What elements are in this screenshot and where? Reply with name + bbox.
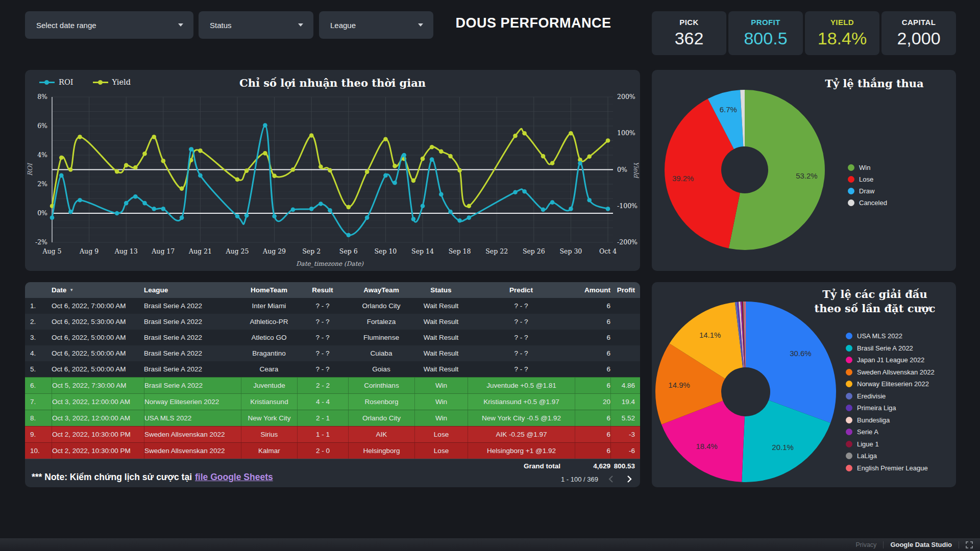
x-axis-title: Date_timezone (Date) (296, 260, 364, 267)
roi-data-point (189, 147, 193, 152)
roi-data-point (198, 173, 203, 178)
column-header-league[interactable]: League (144, 286, 241, 294)
cell-result: 4 - 4 (297, 394, 348, 410)
date-range-filter[interactable]: Select date range (25, 11, 193, 39)
legend-item-lose[interactable]: Lose (848, 173, 887, 185)
legend-item-laliga[interactable]: LaLiga (846, 450, 935, 462)
column-header-awayteam[interactable]: AwayTeam (348, 286, 414, 294)
legend-item-win[interactable]: Win (848, 162, 887, 173)
cell-idx: 1. (30, 298, 52, 314)
cell-date: Oct 3, 2022, 12:00:00 AM (52, 410, 144, 426)
legend-item-sweden-allsvenskan-2022[interactable]: Sweden Allsvenskan 2022 (846, 366, 935, 379)
cell-result: 2 - 1 (297, 410, 348, 426)
pie-slice-label: 53.2% (796, 171, 818, 180)
cell-status: Wait Result (414, 298, 468, 314)
google-data-studio-logo[interactable]: Google Data Studio (890, 541, 952, 548)
line-chart-legend: ROI Yield (39, 78, 131, 86)
roi-data-point (152, 207, 156, 211)
table-row[interactable]: 10.Oct 2, 2022, 10:30:00 PMSweden Allsve… (25, 442, 640, 459)
table-row[interactable]: 4.Oct 6, 2022, 5:00:00 AMBrasil Serie A … (25, 345, 640, 361)
table-row[interactable]: 5.Oct 6, 2022, 5:00:00 AMBrasil Serie A … (25, 361, 640, 377)
yield-data-point (457, 168, 462, 173)
roi-data-point (309, 207, 314, 211)
table-row[interactable]: 6.Oct 5, 2022, 7:30:00 AMBrasil Serie A … (25, 377, 640, 393)
y-axis-tick-right: 200% (617, 93, 635, 101)
column-header-hometeam[interactable]: HomeTeam (241, 286, 297, 294)
cell-idx: 8. (30, 410, 52, 426)
google-sheets-link[interactable]: file Google Sheets (195, 472, 273, 482)
column-header-status[interactable]: Status (414, 286, 468, 294)
legend-item-primeira-liga[interactable]: Primeira Liga (846, 402, 935, 414)
cell-amount: 6 (575, 410, 610, 426)
cell-date: Oct 2, 2022, 10:30:00 PM (52, 443, 144, 459)
table-row[interactable]: 2.Oct 6, 2022, 5:30:00 AMBrasil Serie A … (25, 314, 640, 330)
cell-league: Brasil Serie A 2022 (144, 298, 241, 314)
table-row[interactable]: 9.Oct 2, 2022, 10:30:00 PMSweden Allsven… (25, 426, 640, 442)
fullscreen-icon[interactable] (966, 541, 973, 548)
cell-amount: 6 (575, 443, 610, 459)
legend-item-english-premier-league[interactable]: English Premier League (846, 462, 935, 474)
column-header-date[interactable]: Date▼ (52, 286, 144, 294)
legend-item-draw[interactable]: Draw (848, 185, 887, 197)
legend-swatch (848, 199, 854, 206)
legend-swatch (846, 453, 852, 459)
table-row[interactable]: 8.Oct 3, 2022, 12:00:00 AMUSA MLS 2022Ne… (25, 410, 640, 426)
legend-label: Yield (112, 78, 131, 86)
legend-item-brasil-serie-a-2022[interactable]: Brasil Serie A 2022 (846, 342, 935, 355)
column-header-predict[interactable]: Predict (468, 286, 575, 294)
legend-item-yield[interactable]: Yield (93, 78, 131, 86)
y-axis-tick-right: -200% (617, 238, 638, 246)
legend-item-ligue-1[interactable]: Ligue 1 (846, 438, 935, 450)
scorecards: PICK 362 PROFIT 800.5 YIELD 18.4% CAPITA… (652, 11, 956, 55)
roi-series-line (52, 126, 608, 235)
column-header-result[interactable]: Result (297, 286, 348, 294)
y-axis-tick-left: 6% (37, 122, 47, 130)
roi-data-point (402, 153, 406, 158)
legend-item-norway-eliteserien-2022[interactable]: Norway Eliteserien 2022 (846, 378, 935, 390)
column-header-profit[interactable]: Profit (610, 286, 635, 294)
sort-desc-icon: ▼ (69, 288, 74, 292)
cell-idx: 7. (30, 394, 52, 410)
grand-total-profit: 800.53 (610, 462, 635, 470)
cell-league: Brasil Serie A 2022 (144, 378, 241, 393)
legend-item-eredivisie[interactable]: Eredivisie (846, 390, 935, 403)
pagination-prev-button[interactable] (607, 475, 616, 483)
pie-slice-usa-mls-2022[interactable] (746, 302, 836, 423)
cell-result: 2 - 0 (297, 443, 348, 459)
pagination-next-button[interactable] (625, 475, 633, 483)
roi-yield-line-chart[interactable]: 8%6%4%2%0%-2%200%100%0%-100%-200%Aug 5Au… (25, 70, 640, 271)
cell-idx: 5. (30, 361, 52, 377)
legend-item-usa-mls-2022[interactable]: USA MLS 2022 (846, 330, 935, 342)
win-lose-donut-chart[interactable]: 53.2%39.2%6.7% (652, 70, 956, 271)
legend-item-canceled[interactable]: Canceled (848, 197, 887, 209)
legend-item-serie-a[interactable]: Serie A (846, 426, 935, 438)
scorecard-capital: CAPITAL 2,000 (881, 11, 956, 55)
column-header-amount[interactable]: Amount (575, 286, 610, 294)
league-filter[interactable]: League (319, 11, 433, 39)
table-header-row: Date▼LeagueHomeTeamResultAwayTeamStatusP… (25, 282, 640, 298)
status-filter[interactable]: Status (199, 11, 313, 39)
x-axis-tick: Aug 17 (151, 247, 175, 255)
table-row[interactable]: 3.Oct 6, 2022, 5:00:00 AMBrasil Serie A … (25, 330, 640, 345)
pie-slice-label: 18.4% (696, 442, 718, 450)
cell-league: Brasil Serie A 2022 (144, 361, 241, 377)
legend-item-roi[interactable]: ROI (39, 78, 74, 86)
cell-away: Helsingborg (348, 443, 414, 459)
cell-result: ? - ? (297, 298, 348, 314)
legend-item-bundesliga[interactable]: Bundesliga (846, 414, 935, 427)
cell-home: Athletico-PR (241, 314, 297, 330)
cell-amount: 6 (575, 378, 610, 393)
cell-predict: ? - ? (468, 361, 575, 377)
table-row[interactable]: 7.Oct 3, 2022, 12:00:00 AMNorway Elitese… (25, 393, 640, 410)
footer-divider (883, 541, 884, 548)
roi-data-point (133, 194, 138, 199)
yield-data-point (152, 135, 156, 139)
table-row[interactable]: 1.Oct 6, 2022, 7:00:00 AMBrasil Serie A … (25, 298, 640, 314)
privacy-link[interactable]: Privacy (855, 541, 876, 548)
scorecard-label: CAPITAL (881, 18, 956, 27)
cell-home: Inter Miami (241, 298, 297, 314)
legend-item-japan-j1-league-2022[interactable]: Japan J1 League 2022 (846, 354, 935, 366)
page-title: DOUS PERFORMANCE (454, 15, 612, 31)
cell-profit (610, 361, 635, 377)
x-axis-tick: Sep 14 (411, 247, 434, 255)
